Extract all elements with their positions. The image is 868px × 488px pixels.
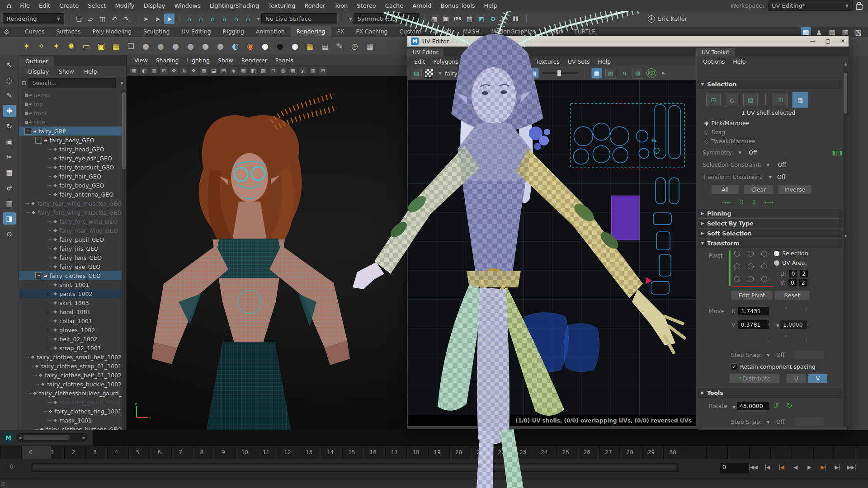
rotate-cw-icon[interactable]: ↻ xyxy=(787,402,793,410)
viewport-menu-show[interactable]: Show xyxy=(214,56,237,65)
step-forward-key-button[interactable]: ▶| xyxy=(817,462,830,473)
material-sphere-icon[interactable]: ● xyxy=(184,39,197,52)
snap-to-grid-icon[interactable]: ∩ xyxy=(184,14,194,24)
pivot-radio-selection[interactable]: Selection xyxy=(774,250,808,257)
time-tick-1[interactable]: 1 xyxy=(51,449,54,455)
menu-cache[interactable]: Cache xyxy=(381,1,408,10)
outliner-item-fairy_pupil_GEO[interactable]: →❖fairy_pupil_GEO xyxy=(19,235,122,244)
selection-constraint-value[interactable]: Off xyxy=(778,161,786,168)
outliner-item-fairy_eye_GEO[interactable]: →❖fairy_eye_GEO xyxy=(19,262,122,271)
save-scene-icon[interactable]: ◫ xyxy=(97,14,108,24)
lasso-select-tool[interactable]: ◌ xyxy=(3,74,16,86)
select-object-icon[interactable]: ➤ xyxy=(152,14,163,24)
image-display-icon[interactable]: ▨ xyxy=(411,68,422,79)
time-tick-22[interactable]: 22 xyxy=(498,449,505,455)
menu-display[interactable]: Display xyxy=(139,1,170,10)
viewport-toolbar-icon-4[interactable]: ✥ xyxy=(170,67,178,75)
outliner-item-belt_02_1002[interactable]: →❖belt_02_1002 xyxy=(19,334,122,343)
color-wheel-icon[interactable]: ◉ xyxy=(244,39,257,52)
invert-selection-button[interactable]: Inverse xyxy=(778,185,811,194)
minimize-button[interactable]: — xyxy=(810,38,816,44)
uv-mode-icon[interactable]: ⊞ xyxy=(774,93,788,107)
uv-menu-image[interactable]: Image xyxy=(506,57,532,66)
time-tick-7[interactable]: 7 xyxy=(179,449,182,455)
outliner-item-front[interactable]: ■◄front xyxy=(19,108,122,117)
scroll-right-icon[interactable]: ▶ xyxy=(83,436,85,440)
transform-constraint-value[interactable]: Off xyxy=(777,174,785,180)
chevron-down-icon[interactable]: ▼ xyxy=(776,324,779,328)
outliner-item-skirt_1003[interactable]: →❖skirt_1003 xyxy=(19,298,122,307)
shade-uvs-icon[interactable]: ⊠ xyxy=(632,68,643,79)
edge-mode-icon[interactable]: ◇ xyxy=(725,93,739,107)
redo-icon[interactable]: ↷ xyxy=(121,14,131,24)
time-tick-4[interactable]: 4 xyxy=(114,449,118,455)
chevron-down-icon[interactable]: ▼ xyxy=(120,81,123,85)
section-selection[interactable]: ▼Selection xyxy=(698,79,842,89)
menu-arnold[interactable]: Arnold xyxy=(408,1,436,10)
viewport-toolbar-icon-3[interactable]: ⊞ xyxy=(160,67,168,75)
snap-to-projected-center-icon[interactable]: ∩ xyxy=(219,14,230,24)
uv-shell-mode-icon[interactable]: ▦ xyxy=(792,92,808,108)
cut-uv-tool[interactable]: ✂ xyxy=(3,151,16,163)
time-tick-17[interactable]: 17 xyxy=(391,449,398,455)
shrink-selection-icon[interactable]: ⇢⇠ xyxy=(722,199,731,206)
shelf-tab-uvediting[interactable]: UV Editing xyxy=(175,26,217,37)
clock-icon[interactable]: ◷ xyxy=(348,39,361,52)
expander-icon[interactable]: − xyxy=(35,137,42,144)
uv-menu-help[interactable]: Help xyxy=(594,57,615,66)
outliner-item-fairy_fore_wing_GEO[interactable]: →❖fairy_fore_wing_GEO xyxy=(19,217,122,226)
step-back-key-button[interactable]: |◀ xyxy=(775,462,788,473)
viewport-toolbar-icon-9[interactable]: ▤ xyxy=(220,67,227,75)
checkbox-checked-icon[interactable]: ✔ xyxy=(731,363,737,370)
edit-pivot-button[interactable]: Edit Pivot xyxy=(731,291,773,300)
shelf-tab-polymodeling[interactable]: Poly Modeling xyxy=(87,26,137,37)
chevron-right-icon[interactable]: ▼ xyxy=(661,72,665,75)
viewport-toolbar-icon-7[interactable]: ▦ xyxy=(200,67,208,75)
select-component-icon[interactable]: ➤ xyxy=(164,14,175,24)
image-dim-slider[interactable] xyxy=(542,72,578,74)
viewport-toolbar-icon-18[interactable]: ▥ xyxy=(309,67,317,75)
uv-window-titlebar[interactable]: M UV Editor — ▢ ✕ xyxy=(407,36,849,47)
chevron-down-icon[interactable]: ▼ xyxy=(439,71,442,75)
section-select-by-type[interactable]: ▶Select By Type xyxy=(698,218,842,228)
viewport-menu-view[interactable]: View xyxy=(130,56,152,65)
outliner-item-fairy_clothes_small_belt_1002[interactable]: →❖fairy_clothes_small_belt_1002 xyxy=(19,352,122,361)
move-step-snap-value[interactable]: Off xyxy=(776,352,784,358)
shelf-tab-rendering[interactable]: Rendering xyxy=(291,26,331,37)
menu-modify[interactable]: Modify xyxy=(110,1,139,10)
workspace-dropdown[interactable]: UV Editing* ▼ xyxy=(768,0,853,11)
outliner-menu-help[interactable]: Help xyxy=(80,67,102,76)
live-surface-field[interactable]: No Live Surface xyxy=(261,13,337,24)
step-forward-frame-button[interactable]: ▶| xyxy=(831,462,844,473)
menu-render[interactable]: Render xyxy=(300,1,330,10)
outliner-item-fairy_clothes_buttons_GEO[interactable]: →❖fairy_clothes_buttons_GEO xyxy=(19,425,122,430)
time-tick-11[interactable]: 11 xyxy=(263,449,269,455)
ipr-render-icon[interactable]: IPR xyxy=(453,14,463,24)
render-sequence-icon[interactable]: ▦ xyxy=(464,14,475,24)
shelf-tab-curves[interactable]: Curves xyxy=(19,26,50,37)
viewport-menu-renderer[interactable]: Renderer xyxy=(237,56,271,65)
vertex-mode-icon[interactable]: ⊡ xyxy=(706,93,721,107)
uv-area-u1-field[interactable]: 0 xyxy=(789,270,797,277)
move-down-button[interactable]: ˅ xyxy=(785,335,788,341)
rotate-field[interactable]: 45.0000 xyxy=(737,402,769,410)
outliner-item-fairy_rear_wing_GEO[interactable]: →❖fairy_rear_wing_GEO xyxy=(19,226,122,235)
shading-group-icon[interactable]: ❒ xyxy=(124,39,137,52)
outliner-item-fairy_tearduct_GEO[interactable]: →❖fairy_tearduct_GEO xyxy=(19,163,122,172)
outliner-scrollbar[interactable] xyxy=(122,90,126,430)
camera-icon[interactable]: ▦ xyxy=(109,39,123,52)
time-tick-24[interactable]: 24 xyxy=(541,449,547,455)
ramp-texture-icon[interactable]: ◐ xyxy=(229,39,242,52)
zoom-tool[interactable]: ⊙ xyxy=(3,228,16,240)
area-light-icon[interactable]: ▭ xyxy=(80,39,93,52)
move-right-button[interactable]: › xyxy=(806,321,808,328)
move-u-field[interactable]: 1.7431 xyxy=(738,307,769,315)
spot-light-icon[interactable]: ✧ xyxy=(35,39,48,52)
outliner-item-fairy_body_GEO[interactable]: −▰fairy_body_GEO xyxy=(19,136,122,145)
toolkit-menu-help[interactable]: Help xyxy=(729,57,750,66)
scrollbar-thumb[interactable] xyxy=(23,435,70,440)
uv-toolkit-scrollbar[interactable]: ▲▼ xyxy=(844,67,848,427)
ambient-light-icon[interactable]: ✺ xyxy=(65,39,78,52)
expander-icon[interactable]: − xyxy=(24,128,31,135)
material-sphere-icon[interactable]: ● xyxy=(139,39,152,52)
